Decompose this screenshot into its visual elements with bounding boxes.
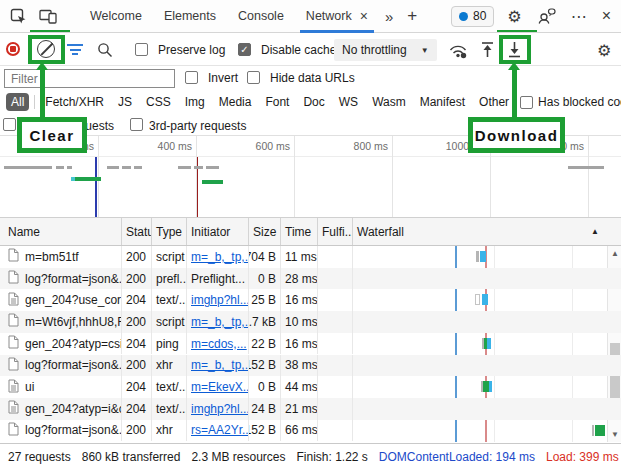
- cell-initiator: m=_b,_tp,...: [187, 311, 249, 333]
- close-devtools-icon[interactable]: ×: [602, 7, 611, 25]
- tab-welcome[interactable]: Welcome: [90, 0, 142, 33]
- column-header-status[interactable]: Status: [122, 218, 152, 245]
- table-row[interactable]: gen_204?atyp=csi...204pingm=cdos,...22 B…: [0, 333, 621, 355]
- table-row[interactable]: gen_204?use_corp...204text/...imghp?hl..…: [0, 289, 621, 311]
- cell-initiator: Preflight...: [187, 268, 249, 290]
- chip-css[interactable]: CSS: [141, 93, 176, 111]
- tab-label: Elements: [164, 9, 216, 23]
- cell-time: 28 ms: [281, 268, 318, 290]
- tab-console[interactable]: Console: [238, 0, 284, 33]
- cell-fulfilled: [318, 376, 353, 398]
- tab-elements[interactable]: Elements: [164, 0, 216, 33]
- table-row[interactable]: ui204text/...m=EkevX...0 B44 ms: [0, 376, 621, 398]
- column-header-size[interactable]: Size: [249, 218, 281, 245]
- overview-green-bar: [202, 180, 223, 184]
- cell-type: script: [152, 246, 187, 268]
- tab-close-icon[interactable]: ×: [360, 9, 368, 23]
- column-header-type[interactable]: Type: [152, 218, 187, 245]
- chip-ws[interactable]: WS: [334, 93, 363, 111]
- cell-name: m=Wt6vjf,hhhU8,F...: [0, 311, 122, 333]
- cell-fulfilled: [318, 246, 353, 268]
- chip-wasm[interactable]: Wasm: [367, 93, 411, 111]
- initiator-link[interactable]: imghp?hl...: [191, 293, 249, 307]
- initiator-link[interactable]: m=_b,_tp,...: [191, 250, 249, 264]
- column-header-fulfi[interactable]: Fulfi...: [318, 218, 353, 245]
- preserve-log-checkbox[interactable]: [135, 43, 148, 56]
- settings-gear-icon[interactable]: ⚙: [507, 7, 521, 26]
- column-header-waterfall[interactable]: Waterfall▲: [353, 218, 621, 245]
- network-overview-timeline[interactable]: 200 ms400 ms600 ms800 ms1000 ms1200 ms: [0, 135, 621, 218]
- cell-size: 22 B: [249, 333, 281, 355]
- chip-other[interactable]: Other: [474, 93, 514, 111]
- requests-table-header: NameStatusTypeInitiatorSizeTimeFulfi...W…: [0, 218, 621, 246]
- blocked-requests-checkbox[interactable]: [3, 118, 16, 131]
- cell-time: 11 ms: [281, 246, 318, 268]
- initiator-link[interactable]: m=_b,_tp,...: [191, 315, 249, 329]
- device-emulation-icon[interactable]: [39, 8, 57, 24]
- timeline-gridline: [294, 136, 295, 217]
- clear-network-log-icon[interactable]: [37, 40, 55, 58]
- request-name: gen_204?atyp=i&ct...: [25, 402, 122, 416]
- initiator-link[interactable]: imghp?hl...: [191, 402, 249, 416]
- cell-time: 66 ms: [281, 420, 318, 442]
- network-conditions-icon[interactable]: [448, 42, 468, 59]
- chip-img[interactable]: Img: [180, 93, 210, 111]
- cell-type: xhr: [152, 420, 187, 442]
- cell-fulfilled: [318, 420, 353, 442]
- initiator-link[interactable]: rs=AA2Yr...: [191, 423, 249, 437]
- more-options-icon[interactable]: ⋯: [571, 7, 587, 26]
- chip-all[interactable]: All: [6, 93, 29, 111]
- cell-status: 204: [122, 376, 152, 398]
- column-header-name[interactable]: Name: [0, 218, 122, 245]
- tab-network[interactable]: Network×: [306, 0, 368, 33]
- initiator-link[interactable]: m=_b,_tp,...: [191, 358, 249, 372]
- chip-doc[interactable]: Doc: [298, 93, 329, 111]
- network-settings-gear-icon[interactable]: ⚙: [597, 41, 611, 60]
- initiator-link[interactable]: m=EkevX...: [191, 380, 249, 394]
- table-row[interactable]: gen_204?atyp=i&ct...204text/...imghp?hl.…: [0, 398, 621, 420]
- chip-js[interactable]: JS: [113, 93, 137, 111]
- chip-font[interactable]: Font: [260, 93, 294, 111]
- export-har-download-icon[interactable]: [507, 41, 522, 58]
- cell-fulfilled: [318, 398, 353, 420]
- invert-checkbox[interactable]: [185, 71, 198, 84]
- more-tabs-icon[interactable]: »: [385, 8, 393, 25]
- cell-fulfilled: [318, 311, 353, 333]
- search-icon[interactable]: [97, 42, 113, 58]
- column-header-time[interactable]: Time: [281, 218, 318, 245]
- has-blocked-cookies-label: Has blocked cookies: [538, 95, 621, 109]
- third-party-requests-checkbox[interactable]: [130, 118, 143, 131]
- initiator-link[interactable]: m=cdos,...: [191, 337, 247, 351]
- hide-data-urls-checkbox[interactable]: [247, 71, 260, 84]
- overview-request-bar: [67, 166, 72, 169]
- table-row[interactable]: log?format=json&...200xhrm=_b,_tp,...152…: [0, 355, 621, 377]
- disable-cache-checkbox[interactable]: ✓: [238, 43, 251, 56]
- table-row[interactable]: m=bm51tf200scriptm=_b,_tp,...704 B11 ms: [0, 246, 621, 268]
- chip-manifest[interactable]: Manifest: [415, 93, 470, 111]
- record-network-log-icon[interactable]: [6, 42, 20, 56]
- requests-table-body: ▲ ▼ m=bm51tf200scriptm=_b,_tp,...704 B11…: [0, 246, 621, 442]
- chip-media[interactable]: Media: [214, 93, 257, 111]
- cell-size: 2.7 kB: [249, 311, 281, 333]
- filter-toggle-icon[interactable]: [67, 44, 83, 55]
- column-header-initiator[interactable]: Initiator: [187, 218, 249, 245]
- throttling-select[interactable]: No throttling ▼: [334, 39, 437, 61]
- import-har-icon[interactable]: [480, 41, 495, 58]
- chip-fetch-xhr[interactable]: Fetch/XHR: [40, 93, 109, 111]
- request-name: log?format=json&...: [25, 423, 122, 437]
- has-blocked-cookies-checkbox[interactable]: [520, 96, 533, 109]
- overview-request-bar: [194, 166, 203, 169]
- cell-fulfilled: [318, 355, 353, 377]
- new-tab-icon[interactable]: +: [407, 6, 417, 26]
- issues-counter-button[interactable]: 80: [451, 6, 494, 27]
- filter-input[interactable]: [4, 69, 175, 88]
- table-row[interactable]: log?format=json&...200xhrrs=AA2Yr...152 …: [0, 420, 621, 442]
- overview-request-bar: [122, 166, 131, 169]
- cell-time: 44 ms: [281, 376, 318, 398]
- cell-name: gen_204?atyp=i&ct...: [0, 398, 122, 420]
- table-row[interactable]: log?format=json&...200prefl...Preflight.…: [0, 268, 621, 290]
- feedback-icon[interactable]: [537, 8, 556, 24]
- table-row[interactable]: m=Wt6vjf,hhhU8,F...200scriptm=_b,_tp,...…: [0, 311, 621, 333]
- panel-tabs: WelcomeElementsConsoleNetwork×: [79, 0, 379, 33]
- inspect-element-icon[interactable]: [10, 8, 27, 25]
